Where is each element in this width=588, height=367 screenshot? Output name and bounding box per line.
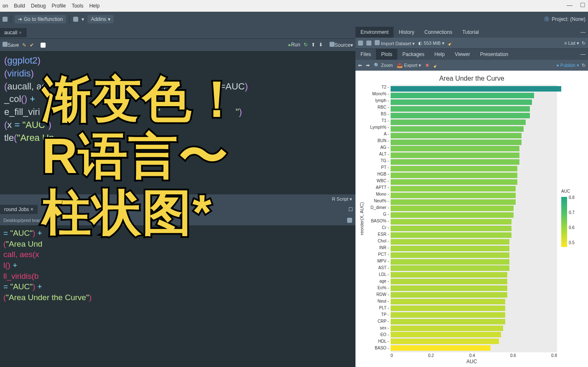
rerun-icon[interactable]: ↻ [304, 42, 308, 48]
plot-tabs: Files Plots Packages Help Viewer Present… [355, 48, 588, 60]
open-folder-icon[interactable]: ↗ [47, 218, 51, 223]
clear-plots-icon[interactable]: 🧹 [433, 63, 439, 68]
import-dataset-button[interactable]: Import Dataset ▾ [375, 40, 415, 46]
console-path-bar: Desktop/pred teach/ ↗ [0, 215, 355, 225]
plot-toolbar: ⬅ ➡ 🔍 Zoom 📤 Export ▾ ✖ 🧹 ● Publish ▾ ↻ [355, 60, 588, 71]
script-type[interactable]: R Script [332, 196, 348, 201]
addins-button[interactable]: Addins ▾ [87, 15, 114, 23]
goto-icon: ➜ [18, 16, 22, 22]
save-ws-icon[interactable] [366, 41, 371, 46]
plot-legend: AUC 0.8 0.7 0.6 0.5 [557, 85, 585, 352]
tab-environment[interactable]: Environment [355, 27, 394, 38]
save-icon [3, 42, 8, 47]
tab-connections[interactable]: Connections [419, 27, 458, 38]
editor-tab-aucall[interactable]: aucall × [0, 28, 26, 37]
plot-xaxis-ticks: 0 0.2 0.4 0.6 0.8 [391, 352, 557, 358]
tab-packages[interactable]: Packages [397, 49, 429, 60]
plot-canvas: Area Under the Curve reorder(X, AUC) T2 … [355, 71, 588, 367]
r-logo-icon: Ⓡ [544, 16, 549, 23]
plot-title: Area Under the Curve [358, 75, 585, 82]
pane-minimize-icon[interactable]: — [580, 51, 588, 57]
console-output[interactable]: = "AUC") + ("Area Und call, aes(x l() + … [0, 225, 355, 367]
project-selector[interactable]: Project: (None) [552, 16, 585, 22]
tab-viewer[interactable]: Viewer [450, 49, 475, 60]
refresh-plot-icon[interactable]: ↻ [582, 63, 585, 68]
wand-icon[interactable]: ✎ [22, 42, 26, 48]
editor-status: R Script ▾ [0, 194, 355, 204]
notebook-icon[interactable] [41, 43, 46, 48]
console-tab-jobs[interactable]: round Jobs × [0, 205, 38, 214]
check-icon[interactable]: ✔ [30, 42, 34, 48]
publish-button[interactable]: ● Publish ▾ [556, 63, 579, 68]
editor-tabs: aucall × [0, 27, 355, 38]
refresh-icon[interactable]: ↻ [582, 41, 585, 46]
prev-plot-icon[interactable]: ⬅ [358, 63, 362, 68]
memory-indicator[interactable]: ◐ 553 MiB ▾ [418, 41, 444, 46]
tab-plots[interactable]: Plots [376, 49, 397, 60]
plot-xlabel: AUC [358, 359, 585, 364]
legend-gradient [561, 197, 567, 247]
tab-presentation[interactable]: Presentation [475, 49, 513, 60]
menu-on[interactable]: on [3, 3, 8, 9]
menu-help[interactable]: Help [89, 3, 100, 9]
menu-tools[interactable]: Tools [72, 3, 83, 9]
menu-profile[interactable]: Profile [51, 3, 66, 9]
editor-toolbar: Save ✎ ✔ ▸Run ↻ ⬆ ⬇ Source▾ [0, 38, 355, 51]
console-tabs: round Jobs × ☐ [0, 204, 355, 215]
list-view-button[interactable]: ≡ List ▾ [564, 41, 579, 46]
minimize-icon[interactable]: — [567, 2, 573, 8]
pane-minimize-icon[interactable]: ☐ [348, 206, 355, 212]
zoom-button[interactable]: 🔍 Zoom [374, 63, 393, 68]
remove-plot-icon[interactable]: ✖ [425, 63, 429, 68]
menu-debug[interactable]: Debug [31, 3, 46, 9]
export-button[interactable]: 📤 Export ▾ [397, 63, 421, 68]
plot-bars [391, 85, 557, 352]
new-file-icon[interactable] [3, 17, 8, 22]
down-icon[interactable]: ⬇ [319, 42, 323, 48]
menu-build[interactable]: Build [14, 3, 25, 9]
tab-tutorial[interactable]: Tutorial [457, 27, 484, 38]
source-button[interactable]: Source▾ [330, 42, 353, 48]
menu-bar: on Build Debug Profile Tools Help — ☐ [0, 0, 588, 12]
env-tabs: Environment History Connections Tutorial… [355, 27, 588, 38]
pane-minimize-icon[interactable]: — [580, 29, 588, 35]
broom-icon[interactable]: 🧹 [448, 41, 454, 46]
load-icon[interactable] [358, 41, 363, 46]
tab-files[interactable]: Files [355, 49, 376, 60]
code-editor[interactable]: (ggplot2) (viridis) (aucall, aeA=AUC) _c… [0, 51, 355, 194]
maximize-icon[interactable]: ☐ [580, 2, 585, 8]
plot-category-labels: T2 -Mono% -lymph -RBC -BS -T1 -Lymph% -A… [366, 85, 391, 352]
close-tab-icon[interactable]: × [19, 30, 21, 35]
main-toolbar: ➜ Go to file/function ▾ Addins ▾ Ⓡ Proje… [0, 12, 588, 27]
next-plot-icon[interactable]: ➡ [366, 63, 370, 68]
env-toolbar: Import Dataset ▾ ◐ 553 MiB ▾ 🧹 ≡ List ▾ … [355, 38, 588, 48]
run-button[interactable]: ▸Run [289, 42, 300, 48]
tab-help[interactable]: Help [429, 49, 450, 60]
source-icon [330, 42, 335, 47]
clear-console-icon[interactable] [347, 218, 352, 223]
up-icon[interactable]: ⬆ [311, 42, 315, 48]
goto-file-button[interactable]: ➜ Go to file/function [15, 15, 66, 23]
tab-history[interactable]: History [394, 27, 419, 38]
plot-ylabel: reorder(X, AUC) [358, 85, 366, 352]
grid-icon[interactable] [73, 17, 78, 22]
save-button[interactable]: Save [3, 42, 19, 48]
